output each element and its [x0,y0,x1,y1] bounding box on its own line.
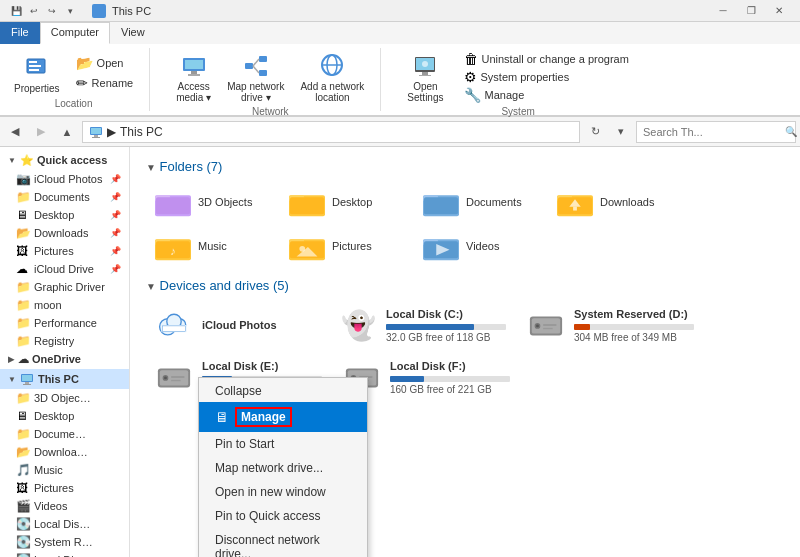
add-network-label: Add a networklocation [300,81,364,103]
registry-icon: 📁 [16,334,30,348]
folder-desktop-icon [288,186,326,218]
quick-access-chevron: ▼ [8,156,16,165]
restore-button[interactable]: ❐ [738,0,764,22]
svg-rect-42 [573,207,577,211]
context-menu-map-network[interactable]: Map network drive... [199,456,367,480]
manage-icon-cm: 🖥 [215,409,229,425]
downloads-sidebar-icon: 📂 [16,226,30,240]
sidebar-item-downloads[interactable]: 📂 Downloads 📌 [0,224,129,242]
sidebar-item-icloud-photos[interactable]: 📷 iCloud Photos 📌 [0,170,129,188]
sidebar-label-documents: Documents [34,191,90,203]
sidebar-item-local-e[interactable]: 💽 Local Dis… [0,551,129,557]
folder-videos[interactable]: Videos [414,226,544,266]
sidebar-item-documents[interactable]: 📁 Documents 📌 [0,188,129,206]
drive-d[interactable]: System Reserved (D:) 304 MB free of 349 … [518,301,702,349]
sidebar-item-icloud-drive[interactable]: ☁ iCloud Drive 📌 [0,260,129,278]
sidebar-label-desktop-pc: Desktop [34,410,74,422]
tab-computer[interactable]: Computer [40,22,110,44]
folder-downloads-icon [556,186,594,218]
sidebar-item-pictures[interactable]: 🖼 Pictures 📌 [0,242,129,260]
context-menu-disconnect[interactable]: Disconnect network drive... [199,528,367,557]
folder-pictures-label: Pictures [332,240,372,252]
location-group-label: Location [55,98,93,111]
sidebar-item-downloads-pc[interactable]: 📂 Downloa… [0,443,129,461]
sidebar-item-graphic-driver[interactable]: 📁 Graphic Driver [0,278,129,296]
system-properties-button[interactable]: ⚙ System properties [458,68,635,86]
uninstall-button[interactable]: 🗑 Uninstall or change a program [458,50,635,68]
dropdown-arrow-icon[interactable]: ▾ [62,3,78,19]
context-menu-open-window[interactable]: Open in new window [199,480,367,504]
sidebar-label-system-d: System R… [34,536,93,548]
folder-3d-objects[interactable]: 3D Objects [146,182,276,222]
redo-icon[interactable]: ↪ [44,3,60,19]
sidebar-item-desktop-pc[interactable]: 🖥 Desktop [0,407,129,425]
icloud-drive-icon [154,305,194,345]
3d-icon: 📁 [16,391,30,405]
manage-ribbon-button[interactable]: 🔧 Manage [458,86,635,104]
tab-file[interactable]: File [0,22,40,44]
minimize-button[interactable]: ─ [710,0,736,22]
window-icon [92,4,106,18]
sidebar-item-system-d[interactable]: 💽 System R… [0,533,129,551]
map-network-button[interactable]: Map networkdrive ▾ [221,48,290,106]
address-dropdown-button[interactable]: ▾ [610,121,632,143]
access-media-button[interactable]: Accessmedia ▾ [170,48,217,106]
back-button[interactable]: ◀ [4,121,26,143]
folder-documents[interactable]: Documents [414,182,544,222]
sidebar-item-registry[interactable]: 📁 Registry [0,332,129,350]
drive-e-icon [154,357,194,397]
forward-button[interactable]: ▶ [30,121,52,143]
sidebar-item-desktop[interactable]: 🖥 Desktop 📌 [0,206,129,224]
chevron-devices: ▼ [146,281,156,292]
sidebar-item-3dobjects[interactable]: 📁 3D Objec… [0,389,129,407]
drive-d-name: System Reserved (D:) [574,308,694,320]
dl-pc-icon: 📂 [16,445,30,459]
sidebar-label-documents-pc: Docume… [34,428,86,440]
sidebar-item-local-c[interactable]: 💽 Local Dis… [0,515,129,533]
add-network-button[interactable]: Add a networklocation [294,48,370,106]
svg-point-71 [164,377,167,380]
context-menu-pin-quick[interactable]: Pin to Quick access [199,504,367,528]
address-path[interactable]: ▶ This PC [82,121,580,143]
sidebar-item-pictures-pc[interactable]: 🖼 Pictures [0,479,129,497]
properties-label: Properties [14,83,60,94]
chevron-folders: ▼ [146,162,156,173]
svg-rect-1 [29,61,37,63]
undo-icon[interactable]: ↩ [26,3,42,19]
sidebar-section-quick-access[interactable]: ▼ ⭐ Quick access [0,151,129,170]
system-props-icon: ⚙ [464,70,477,84]
drive-c[interactable]: 👻 Local Disk (C:) 32.0 GB free of 118 GB [330,301,514,349]
open-button[interactable]: 📂 Open [70,54,140,72]
properties-icon [23,53,51,81]
sidebar-item-moon[interactable]: 📁 moon [0,296,129,314]
content-area: ▼ Folders (7) 3D Objects Desktop [130,147,800,557]
sidebar-item-documents-pc[interactable]: 📁 Docume… [0,425,129,443]
folder-downloads[interactable]: Downloads [548,182,678,222]
tab-view[interactable]: View [110,22,156,44]
sidebar-section-this-pc[interactable]: ▼ This PC [0,369,129,389]
window-title: This PC [112,5,151,17]
sidebar-section-onedrive[interactable]: ▶ ☁ OneDrive [0,350,129,369]
search-input[interactable] [643,126,781,138]
open-settings-icon [411,51,439,79]
open-settings-button[interactable]: OpenSettings [401,48,449,106]
sidebar-item-videos[interactable]: 🎬 Videos [0,497,129,515]
save-icon[interactable]: 💾 [8,3,24,19]
folder-pictures[interactable]: Pictures [280,226,410,266]
svg-rect-72 [171,376,184,378]
context-menu-manage[interactable]: 🖥 Manage [199,402,367,432]
drive-icloud[interactable]: iCloud Photos [146,301,326,349]
folder-music[interactable]: ♪ Music [146,226,276,266]
close-button[interactable]: ✕ [766,0,792,22]
refresh-button[interactable]: ↻ [584,121,606,143]
sidebar-item-performance[interactable]: 📁 Performance [0,314,129,332]
svg-rect-10 [259,70,267,76]
context-menu-pin-start[interactable]: Pin to Start [199,432,367,456]
computer-icon [89,125,103,139]
rename-button[interactable]: ✏ Rename [70,74,140,92]
icloud-drive-icon: ☁ [16,262,30,276]
up-button[interactable]: ▲ [56,121,78,143]
properties-button[interactable]: Properties [8,50,66,97]
sidebar-item-music[interactable]: 🎵 Music [0,461,129,479]
folder-desktop[interactable]: Desktop [280,182,410,222]
